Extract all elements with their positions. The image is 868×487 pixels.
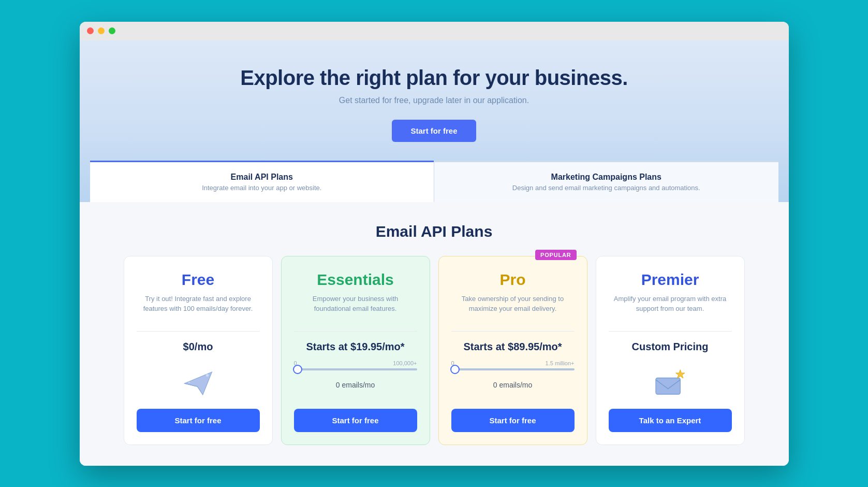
plan-cta-premier[interactable]: Talk to an Expert — [609, 409, 732, 432]
slider-pro-value: 0 emails/mo — [493, 381, 532, 389]
plan-price-essentials: Starts at $19.95/mo* — [306, 341, 404, 353]
plan-name-premier: Premier — [641, 271, 699, 289]
plan-card-premier: Premier Amplify your email program with … — [596, 256, 745, 445]
tab-email-api[interactable]: Email API Plans Integrate email into you… — [90, 161, 434, 202]
slider-pro: 0 1.5 million+ — [451, 360, 575, 376]
plan-card-free: Free Try it out! Integrate fast and expl… — [124, 256, 273, 445]
svg-point-1 — [188, 381, 190, 383]
slider-essentials-track[interactable] — [294, 368, 417, 370]
plan-name-free: Free — [182, 271, 214, 289]
slider-pro-track[interactable] — [451, 368, 575, 370]
plan-divider-premier — [609, 331, 732, 332]
plan-desc-essentials: Empower your business with foundational … — [294, 294, 417, 316]
plan-price-free: $0/mo — [183, 341, 213, 353]
plan-card-pro: POPULAR Pro Take ownership of your sendi… — [438, 256, 587, 445]
hero-section: Explore the right plan for your business… — [80, 40, 789, 202]
tab-marketing-title: Marketing Campaigns Plans — [450, 173, 763, 182]
plan-cta-pro[interactable]: Start for free — [451, 409, 575, 432]
hero-cta-button[interactable]: Start for free — [392, 120, 476, 142]
hero-title: Explore the right plan for your business… — [90, 66, 778, 90]
envelope-star-icon — [652, 365, 688, 402]
paper-plane-icon — [180, 365, 216, 402]
plan-desc-free: Try it out! Integrate fast and explore f… — [137, 294, 260, 316]
plan-cta-essentials[interactable]: Start for free — [294, 409, 417, 432]
slider-pro-labels: 0 1.5 million+ — [451, 360, 575, 366]
close-dot[interactable] — [87, 27, 94, 34]
tab-marketing-desc: Design and send email marketing campaign… — [450, 184, 763, 192]
svg-rect-2 — [656, 378, 680, 394]
slider-essentials-max: 100,000+ — [393, 360, 417, 366]
maximize-dot[interactable] — [109, 27, 115, 34]
plan-divider-free — [137, 331, 260, 332]
slider-essentials-thumb[interactable] — [293, 365, 302, 374]
popular-badge: POPULAR — [535, 250, 576, 260]
plan-desc-premier: Amplify your email program with extra su… — [609, 294, 732, 316]
plan-desc-pro: Take ownership of your sending to maximi… — [451, 294, 575, 316]
slider-essentials-labels: 0 100,000+ — [294, 360, 417, 366]
tab-marketing[interactable]: Marketing Campaigns Plans Design and sen… — [434, 161, 778, 202]
plans-section: Email API Plans Free Try it out! Integra… — [80, 202, 789, 466]
plan-price-premier: Custom Pricing — [632, 341, 709, 353]
plan-card-essentials: Essentials Empower your business with fo… — [281, 256, 430, 445]
slider-essentials: 0 100,000+ — [294, 360, 417, 376]
plan-cta-free[interactable]: Start for free — [137, 409, 260, 432]
plan-tabs: Email API Plans Integrate email into you… — [90, 161, 778, 202]
plan-name-pro: Pro — [499, 271, 525, 289]
slider-pro-max: 1.5 million+ — [546, 360, 575, 366]
plan-divider-essentials — [294, 331, 417, 332]
svg-point-0 — [205, 374, 208, 376]
tab-email-api-title: Email API Plans — [106, 173, 419, 182]
main-window: Explore the right plan for your business… — [80, 22, 789, 466]
tab-email-api-desc: Integrate email into your app or website… — [106, 184, 419, 192]
svg-marker-3 — [675, 369, 685, 378]
plan-name-essentials: Essentials — [317, 271, 393, 289]
plan-price-pro: Starts at $89.95/mo* — [463, 341, 562, 353]
plans-grid: Free Try it out! Integrate fast and expl… — [124, 256, 745, 445]
slider-essentials-value: 0 emails/mo — [336, 381, 375, 389]
plan-divider-pro — [451, 331, 575, 332]
hero-subtitle: Get started for free, upgrade later in o… — [90, 96, 778, 105]
slider-pro-thumb[interactable] — [450, 365, 460, 374]
plans-heading: Email API Plans — [95, 223, 773, 240]
minimize-dot[interactable] — [98, 27, 105, 34]
titlebar — [80, 22, 789, 40]
